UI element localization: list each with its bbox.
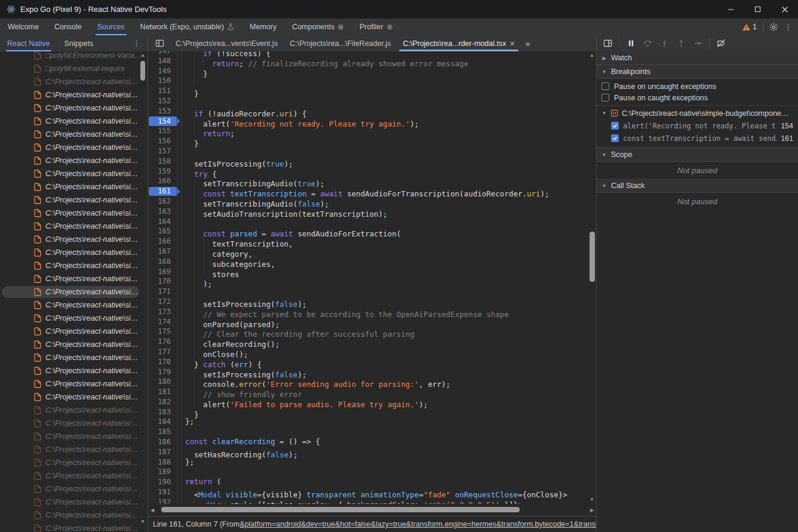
editor-vertical-scrollbar[interactable]: ▲ ▼ [588,51,596,504]
line-number[interactable]: 169 [148,267,176,277]
scrollbar-track[interactable] [156,504,588,516]
line-number[interactable]: 185 [148,427,176,437]
line-number[interactable]: 175 [148,327,176,337]
file-tree-item[interactable]: C:\Projects\react-native\si… [0,246,148,259]
line-number[interactable]: 160 [148,176,176,186]
line-number[interactable]: 151 [148,86,176,96]
close-tab-icon[interactable]: × [510,39,514,48]
scroll-left-icon[interactable]: ◀ [148,508,156,513]
toggle-sidebar-icon[interactable] [148,35,170,51]
gear-icon[interactable] [769,23,778,32]
file-tree-item[interactable]: C:\Projects\react-native\si… [0,469,148,482]
kebab-menu-icon[interactable]: ⋮ [784,23,792,31]
line-number[interactable]: 167 [148,247,176,257]
file-tree-item[interactable]: C:\Projects\react-native\si… [0,180,148,193]
code-line[interactable]: 167category, [148,247,588,257]
line-number[interactable]: 159 [148,167,176,177]
breakpoint-checkbox[interactable] [611,122,619,130]
pause-option-pause-on-uncaught-exceptions[interactable]: Pause on uncaught exceptions [597,81,798,92]
code-line[interactable]: 185 [148,427,588,437]
file-tree-item[interactable]: C:\Projects\react-native\si… [0,75,148,88]
code-line[interactable]: 169stores [148,267,588,277]
line-number[interactable]: 149 [148,66,176,76]
main-tab-welcome[interactable]: Welcome [0,19,47,35]
scroll-down-icon[interactable]: ▼ [139,519,146,525]
file-tree-item[interactable]: C:\Projects\react-native\si… [0,430,148,443]
file-tree-item[interactable]: C:\Projects\react-native\si… [0,88,148,102]
file-tree-item[interactable]: C:\Projects\react-native\si… [0,233,148,246]
line-number[interactable]: 180 [148,377,176,387]
line-number[interactable]: 172 [148,297,176,307]
file-tree-item[interactable]: C:\Projects\react-native\si… [0,154,148,167]
line-number[interactable]: 168 [148,257,176,267]
watch-section-header[interactable]: ▶ Watch [597,51,798,65]
code-line[interactable]: 189 [148,467,588,477]
code-line[interactable]: 159try { [148,167,588,177]
breakpoint-file-group[interactable]: ▼ C:\Projects\react-native\simple-budget… [597,107,798,119]
code-line[interactable]: 187setHasRecording(false); [148,447,588,457]
file-tree-item[interactable]: C:\Projects\react-native\si… [0,443,148,456]
code-line[interactable]: 168subcategories, [148,257,588,267]
file-tree-item[interactable]: C:\Projects\react-native\si… [0,193,148,207]
line-number[interactable]: 174 [148,317,176,327]
file-tree-item[interactable]: C:\Projects\react-native\si… [0,115,148,128]
code-line[interactable]: 153if (!audioRecorder.uri) { [148,106,588,116]
breakpoint-entry[interactable]: const textTranscription = await sendA…16… [597,132,798,144]
main-tab-profiler[interactable]: Profiler [352,19,401,35]
file-tree-item[interactable]: C:\Projects\react-native\si… [0,141,148,154]
breakpoints-section-header[interactable]: ▼ Breakpoints [597,65,798,79]
code-line[interactable]: 191<Modal visible={visible} transparent … [148,487,588,497]
code-line[interactable]: 179setIsProcessing(false); [148,367,588,377]
minimize-button[interactable] [717,0,744,19]
code-line[interactable]: 184}; [148,417,588,427]
editor-tab-c-projects-rea-vents-event-js[interactable]: C:\Projects\rea...vents\Event.js [170,35,284,51]
maximize-button[interactable] [744,0,771,19]
checkbox[interactable] [601,82,609,90]
code-line[interactable]: 186const clearRecording = () => { [148,437,588,447]
pause-option-pause-on-caught-exceptions[interactable]: Pause on caught exceptions [597,92,798,103]
file-tree-item[interactable]: C:\Projects\react-native\si… [0,312,148,325]
line-number[interactable]: 177 [148,347,176,357]
code-line[interactable]: 158setIsProcessing(true); [148,156,588,167]
file-tree-item[interactable]: C:\Projects\react-native\si… [0,220,148,233]
file-tree-item[interactable]: C:\Projects\react-native\si… [0,325,148,338]
source-url-link[interactable]: &platform=android&dev=true&hot=false&laz… [240,520,596,528]
scrollbar-thumb[interactable] [590,232,595,282]
code-line[interactable]: 163setAudioTranscription(textTranscripti… [148,207,588,217]
line-number[interactable]: 150 [148,76,176,86]
pause-button[interactable] [624,37,638,50]
code-line[interactable]: 175// Clear the recording after successf… [148,327,588,337]
code-line[interactable]: 160setTranscribingAudio(true); [148,176,588,186]
sidebar-kebab-icon[interactable]: ⋮ [133,39,140,47]
warning-badge[interactable]: 1 [742,23,757,31]
line-number[interactable]: 190 [148,477,176,487]
code-line[interactable]: 148return; // finalizeRecording already … [148,56,588,66]
code-line[interactable]: 154alert('Recording not ready. Please tr… [148,116,588,127]
line-number[interactable]: 178 [148,357,176,367]
code-line[interactable]: 182alert('Failed to parse audio. Please … [148,397,588,407]
line-number[interactable]: 189 [148,467,176,477]
code-line[interactable]: 190return ( [148,477,588,487]
code-line[interactable]: 152 [148,96,588,106]
main-tab-network-expo-unstable[interactable]: Network (Expo, unstable) [133,19,242,35]
file-tree-item[interactable]: C:\Projects\react-native\si… [0,102,148,115]
code-line[interactable]: 178} catch (err) { [148,357,588,367]
file-tree-item[interactable]: □polyfill:external-require [0,62,148,75]
file-tree-item[interactable]: C:\Projects\react-native\si… [0,128,148,141]
line-number[interactable]: 148 [148,56,176,66]
line-number[interactable]: 182 [148,397,176,407]
breakpoint-line-number[interactable]: 161 [148,186,176,196]
file-tree-item[interactable]: C:\Projects\react-native\si… [0,207,148,220]
file-tree-item[interactable]: C:\Projects\react-native\si… [0,167,148,180]
code-line[interactable]: 161const textTranscription = await sendA… [148,186,588,196]
line-number[interactable]: 188 [148,457,176,468]
scroll-right-icon[interactable]: ▶ [588,508,596,513]
sidebar-tab-react-native[interactable]: React Native [0,35,57,51]
code-line[interactable]: 151} [148,86,588,96]
sidebar-scrollbar[interactable]: ▲ ▼ [139,53,146,531]
main-tab-console[interactable]: Console [47,19,90,35]
code-viewport[interactable]: 147if (!success) {148return; // finalize… [148,51,588,504]
code-line[interactable]: 147if (!success) { [148,51,588,56]
line-number[interactable]: 158 [148,156,176,167]
line-number[interactable]: 157 [148,146,176,156]
